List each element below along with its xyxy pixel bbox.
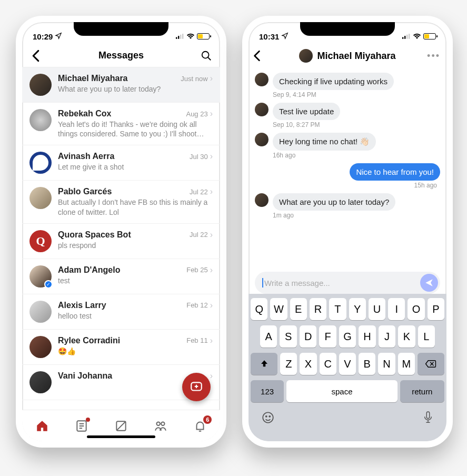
home-indicator[interactable] <box>87 435 155 438</box>
return-key[interactable]: return <box>400 380 444 402</box>
phone-messages-list: 10:29 Messages Michael MiyaharaJust now›… <box>16 16 226 448</box>
tab-feed[interactable] <box>70 414 93 438</box>
conversation-name: Michael Miyahara <box>58 74 128 83</box>
chevron-right-icon: › <box>210 152 213 161</box>
svg-point-15 <box>157 422 161 425</box>
key-x[interactable]: X <box>300 353 316 375</box>
message-timestamp: 15h ago <box>255 182 437 189</box>
messages-header: Messages <box>22 44 220 67</box>
key-j[interactable]: J <box>379 325 395 348</box>
space-key[interactable]: space <box>286 380 398 402</box>
key-u[interactable]: U <box>369 298 385 320</box>
conversation-preview: pls respond <box>58 241 213 250</box>
key-z[interactable]: Z <box>280 353 297 375</box>
key-o[interactable]: O <box>408 298 424 320</box>
key-v[interactable]: V <box>339 353 356 375</box>
svg-point-27 <box>269 416 270 417</box>
conversation-item[interactable]: Alexis LarryFeb 12›helloo test <box>22 294 220 330</box>
message-input[interactable] <box>264 274 420 292</box>
chevron-right-icon: › <box>210 265 213 275</box>
chat-messages[interactable]: Checking if live updating worksSep 9, 4:… <box>249 67 446 267</box>
avatar <box>29 152 52 174</box>
avatar: Q <box>29 230 52 252</box>
key-m[interactable]: M <box>398 353 415 375</box>
chat-avatar[interactable] <box>299 49 313 63</box>
chevron-right-icon: › <box>210 74 213 83</box>
conversation-name: Avinash Aerra <box>58 152 114 161</box>
more-options-button[interactable]: ••• <box>427 44 440 67</box>
key-a[interactable]: A <box>260 325 277 348</box>
key-q[interactable]: Q <box>251 298 267 320</box>
dictation-button[interactable] <box>422 411 434 427</box>
message-row: Hey long time no chat! 👋🏻 <box>255 133 440 151</box>
key-g[interactable]: G <box>339 325 356 348</box>
shift-key[interactable] <box>251 353 277 375</box>
message-bubble[interactable]: Test live update <box>273 103 340 120</box>
key-y[interactable]: Y <box>349 298 366 320</box>
key-b[interactable]: B <box>359 353 375 375</box>
search-button[interactable] <box>195 44 218 67</box>
conversation-item[interactable]: Avinash AerraJul 30›Let me give it a sho… <box>22 145 220 181</box>
backspace-key[interactable] <box>418 353 444 375</box>
conversation-time: Jul 22 <box>190 231 208 239</box>
message-avatar <box>255 73 269 86</box>
key-h[interactable]: H <box>359 325 375 348</box>
composer-input-wrap[interactable] <box>255 272 440 294</box>
key-d[interactable]: D <box>300 325 316 348</box>
key-l[interactable]: L <box>418 325 435 348</box>
svg-point-26 <box>266 416 267 417</box>
key-p[interactable]: P <box>428 298 444 320</box>
back-button[interactable] <box>24 44 47 67</box>
conversation-list[interactable]: Michael MiyaharaJust now›What are you up… <box>22 67 220 410</box>
conversation-preview: test <box>58 276 213 285</box>
numbers-key[interactable]: 123 <box>251 380 284 402</box>
message-row: Test live update <box>255 103 440 120</box>
key-i[interactable]: I <box>388 298 405 320</box>
conversation-preview: helloo test <box>58 311 213 321</box>
conversation-item[interactable]: ✓Adam D'AngeloFeb 25›test <box>22 259 220 294</box>
conversation-time: Jul 22 <box>190 188 208 196</box>
tab-spaces[interactable] <box>149 414 172 438</box>
key-w[interactable]: W <box>270 298 287 320</box>
conversation-item[interactable]: Pablo GarcésJul 22›But actually I don't … <box>22 181 220 223</box>
conversation-name: Alexis Larry <box>58 301 106 310</box>
message-bubble[interactable]: Hey long time no chat! 👋🏻 <box>273 133 376 151</box>
backspace-icon <box>425 360 436 368</box>
key-c[interactable]: C <box>320 353 336 375</box>
conversation-preview: But actually I don't have FB so this is … <box>58 197 213 216</box>
chat-title: Michael Miyahara <box>317 51 395 62</box>
tab-home[interactable] <box>31 414 54 438</box>
send-button[interactable] <box>420 274 438 292</box>
message-bubble[interactable]: What are you up to later today? <box>273 193 395 211</box>
tab-notifications[interactable]: 6 <box>188 414 212 438</box>
conversation-item[interactable]: Rebekah CoxAug 23›Yeah let's do it! Than… <box>22 103 220 145</box>
message-bubble[interactable]: Nice to hear from you! <box>350 163 440 181</box>
svg-rect-28 <box>426 412 430 419</box>
key-e[interactable]: E <box>290 298 307 320</box>
svg-rect-0 <box>176 37 177 39</box>
key-r[interactable]: R <box>310 298 326 320</box>
message-timestamp: Sep 9, 4:14 PM <box>273 91 440 98</box>
conversation-time: Aug 23 <box>186 110 207 118</box>
chevron-right-icon: › <box>210 336 213 345</box>
key-f[interactable]: F <box>319 325 336 348</box>
chevron-right-icon: › <box>210 187 213 196</box>
key-k[interactable]: K <box>398 325 415 348</box>
key-s[interactable]: S <box>280 325 296 348</box>
conversation-item[interactable]: Michael MiyaharaJust now›What are you up… <box>22 67 220 103</box>
tab-compose[interactable] <box>110 414 133 438</box>
conversation-preview: 🤩👍 <box>58 346 213 356</box>
back-button[interactable] <box>253 44 261 67</box>
key-t[interactable]: T <box>329 298 346 320</box>
key-n[interactable]: N <box>378 353 395 375</box>
new-message-fab[interactable] <box>182 373 211 401</box>
emoji-keyboard-button[interactable] <box>261 411 275 427</box>
conversation-item[interactable]: Rylee CorradiniFeb 11›🤩👍 <box>22 330 220 365</box>
chevron-right-icon: › <box>210 371 213 381</box>
message-timestamp: Sep 10, 8:27 PM <box>273 121 440 128</box>
message-bubble[interactable]: Checking if live updating works <box>273 73 394 90</box>
conversation-preview: What are you up to later today? <box>58 84 213 94</box>
avatar <box>29 336 52 358</box>
conversation-item[interactable]: QQuora Spaces BotJul 22›pls respond <box>22 224 220 259</box>
chat-header: Michael Miyahara ••• <box>249 44 446 67</box>
